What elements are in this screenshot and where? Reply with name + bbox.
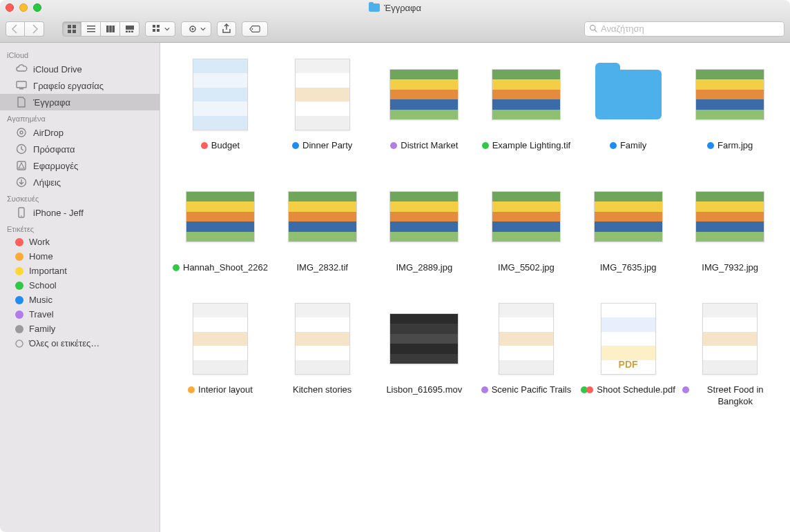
sidebar-item-airdrop[interactable]: AirDrop	[0, 124, 160, 141]
file-item[interactable]: PDFShoot Schedule.pdf	[581, 301, 676, 407]
forward-button[interactable]	[25, 21, 44, 37]
back-button[interactable]	[6, 21, 25, 37]
file-thumb-wrap	[285, 301, 360, 377]
file-name-text: District Market	[401, 139, 458, 151]
file-thumb-wrap	[488, 179, 564, 255]
sidebar-tag-yellow[interactable]: Important	[0, 264, 160, 278]
sidebar-item-label: iPhone - Jeff	[33, 208, 84, 218]
file-name: IMG_2832.tif	[296, 262, 347, 273]
gallery-view-button[interactable]	[120, 21, 139, 37]
file-item[interactable]: Street Food in Bangkok	[682, 301, 778, 407]
svg-point-19	[191, 28, 193, 30]
file-thumb-wrap	[182, 57, 258, 132]
file-name: Dinner Party	[292, 139, 352, 151]
file-item[interactable]: Scenic Pacific Trails	[479, 301, 574, 407]
file-item[interactable]: IMG_7635.jpg	[581, 179, 676, 273]
arrange-icon	[151, 23, 162, 35]
sidebar-header: Συσκευές	[0, 190, 160, 204]
arrange-button[interactable]	[145, 21, 175, 37]
file-thumb-wrap	[590, 57, 666, 132]
file-name: Shoot Schedule.pdf	[581, 384, 675, 395]
sidebar-tag-gray[interactable]: Family	[0, 322, 160, 336]
sidebar-item-doc[interactable]: Έγγραφα	[0, 94, 160, 110]
file-thumbnail	[594, 191, 663, 242]
sidebar-item-label: Family	[29, 324, 55, 334]
phone-icon	[15, 206, 28, 219]
file-item[interactable]: Kitchen stories	[275, 301, 370, 407]
file-thumb-wrap	[182, 301, 258, 377]
file-item[interactable]: Budget	[173, 57, 268, 151]
file-item[interactable]: Lisbon_61695.mov	[377, 301, 472, 407]
file-item[interactable]: Farm.jpg	[682, 57, 778, 151]
svg-rect-24	[19, 88, 23, 90]
sidebar-tag-all[interactable]: Όλες οι ετικέτες…	[0, 336, 160, 351]
search-icon	[589, 24, 598, 33]
tag-dot-icon	[482, 142, 489, 149]
file-name: IMG_7635.jpg	[600, 262, 657, 273]
svg-point-25	[17, 128, 26, 137]
sidebar-tag-green[interactable]: School	[0, 278, 160, 293]
svg-rect-13	[131, 30, 133, 32]
file-item[interactable]: Family	[581, 57, 676, 151]
file-item[interactable]: Example Lighting.tif	[479, 57, 574, 151]
svg-rect-14	[153, 25, 155, 28]
sidebar-item-cloud[interactable]: iCloud Drive	[0, 61, 160, 77]
desktop-icon	[15, 79, 28, 92]
list-view-button[interactable]	[81, 21, 101, 37]
file-name-text: Example Lighting.tif	[492, 139, 570, 151]
file-name-text: Budget	[211, 139, 240, 151]
sidebar-item-clock[interactable]: Πρόσφατα	[0, 141, 160, 157]
search-input[interactable]	[601, 23, 780, 34]
sidebar-tag-red[interactable]: Work	[0, 235, 160, 249]
file-item[interactable]: District Market	[377, 57, 472, 151]
content-area[interactable]: BudgetDinner PartyDistrict MarketExample…	[160, 43, 790, 532]
sidebar-item-downloads[interactable]: Λήψεις	[0, 174, 160, 190]
file-name: Example Lighting.tif	[482, 139, 570, 151]
sidebar-tag-blue[interactable]: Music	[0, 293, 160, 307]
icon-view-button[interactable]	[62, 21, 81, 37]
file-item[interactable]: IMG_7932.jpg	[682, 179, 778, 273]
sidebar-item-phone[interactable]: iPhone - Jeff	[0, 204, 160, 221]
sidebar-item-label: Γραφείο εργασίας	[33, 81, 104, 91]
tags-button[interactable]	[242, 21, 268, 37]
sidebar-item-label: iCloud Drive	[33, 64, 82, 75]
tag-dot-icon	[15, 311, 23, 319]
svg-rect-12	[128, 30, 131, 32]
svg-point-32	[16, 340, 23, 347]
file-item[interactable]: Hannah_Shoot_2262	[173, 179, 268, 273]
file-thumb-wrap	[285, 179, 360, 255]
file-thumb-wrap	[386, 301, 462, 377]
file-item[interactable]: IMG_2832.tif	[275, 179, 370, 273]
file-item[interactable]: Dinner Party	[275, 57, 370, 151]
file-thumb-wrap	[285, 57, 360, 132]
column-view-button[interactable]	[101, 21, 120, 37]
file-grid: BudgetDinner PartyDistrict MarketExample…	[173, 57, 778, 407]
file-name-text: Farm.jpg	[717, 139, 753, 151]
view-buttons	[62, 21, 139, 37]
sidebar-item-desktop[interactable]: Γραφείο εργασίας	[0, 77, 160, 94]
sidebar-item-apps[interactable]: Εφαρμογές	[0, 157, 160, 174]
sidebar-tag-orange[interactable]: Home	[0, 249, 160, 264]
svg-rect-2	[68, 30, 71, 33]
file-item[interactable]: Interior layout	[173, 301, 268, 407]
share-button[interactable]	[217, 21, 236, 37]
action-button[interactable]	[181, 21, 211, 37]
svg-rect-9	[112, 26, 115, 32]
file-name: IMG_5502.jpg	[498, 262, 555, 273]
search-field[interactable]	[584, 21, 784, 37]
file-name-text: IMG_7635.jpg	[600, 262, 657, 273]
svg-rect-4	[87, 26, 95, 27]
file-thumbnail	[492, 191, 561, 242]
file-item[interactable]: IMG_5502.jpg	[479, 179, 574, 273]
tag-dot-icon	[15, 296, 23, 304]
tag-dot-icon	[292, 142, 299, 149]
sidebar-tag-purple[interactable]: Travel	[0, 307, 160, 322]
tag-dot-icon	[15, 325, 23, 333]
file-item[interactable]: IMG_2889.jpg	[377, 179, 472, 273]
svg-rect-10	[126, 26, 134, 30]
file-thumbnail	[702, 303, 758, 375]
sidebar-item-label: Music	[29, 295, 52, 305]
titlebar: Έγγραφα	[0, 0, 790, 15]
cloud-icon	[15, 63, 28, 75]
doc-icon	[15, 96, 28, 108]
